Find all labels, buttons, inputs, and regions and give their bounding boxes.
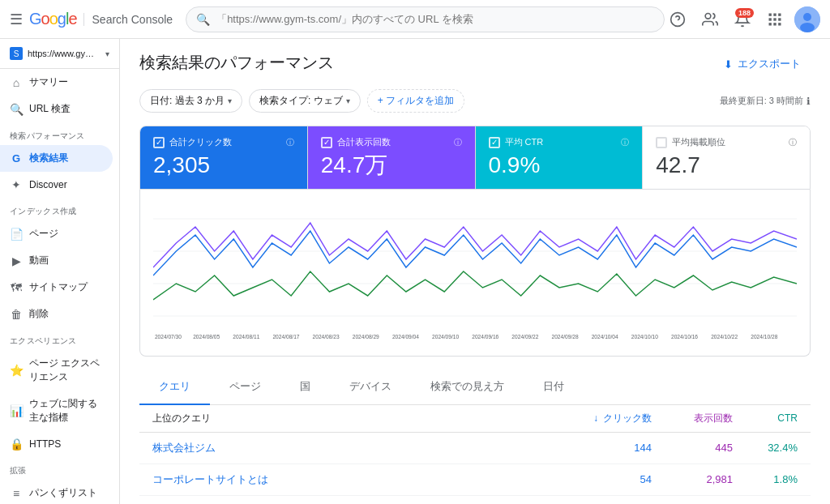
ctr-checkbox[interactable] [489,137,500,148]
tab-device[interactable]: デバイス [330,369,411,405]
search-input[interactable] [216,13,654,25]
svg-text:2024/08/17: 2024/08/17 [272,333,299,339]
export-button[interactable]: ⬇ エクスポート [714,52,811,76]
sidebar-item-label: 削除 [29,307,49,321]
ctr-info-icon: ⓘ [621,137,629,148]
col-header-ctr: CTR [733,412,798,424]
apps-icon[interactable] [762,6,788,32]
metric-ctr[interactable]: 平均 CTR ⓘ 0.9% [476,126,644,189]
index-section: インデックス作成 [0,198,119,220]
video-icon: ▶ [10,254,23,267]
property-icon: S [10,47,23,60]
type-filter[interactable]: 検索タイプ: ウェブ ▾ [249,89,361,113]
svg-text:2024/09/04: 2024/09/04 [392,333,419,339]
svg-rect-7 [773,18,776,20]
svg-text:2024/07/30: 2024/07/30 [155,333,182,339]
svg-rect-9 [769,23,772,25]
col-header-impressions: 表示回数 [652,412,733,425]
metrics-row: 合計クリック数 ⓘ 2,305 合計表示回数 ⓘ 24.7万 平均 CTR ⓘ [139,126,811,190]
svg-point-14 [800,23,815,32]
info-icon: ℹ [806,96,811,107]
extension-section: 拡張 [0,457,119,480]
sidebar-item-search-results[interactable]: G 検索結果 [0,145,113,172]
position-info-icon: ⓘ [789,137,797,148]
sidebar-item-label: ページ [29,227,58,241]
property-selector[interactable]: S https://www.gym-ts... ▾ [0,39,119,69]
sidebar-item-pages[interactable]: 📄 ページ [0,220,113,247]
menu-icon[interactable]: ☰ [10,11,23,28]
impressions-value: 24.7万 [321,152,462,179]
download-icon: ⬇ [724,58,733,70]
sidebar-item-sitemap[interactable]: 🗺 サイトマップ [0,274,113,301]
row-clicks: 144 [571,442,652,454]
page-header: 検索結果のパフォーマンス ⬇ エクスポート [139,52,811,76]
sidebar-item-summary[interactable]: ⌂ サマリー [0,69,113,96]
sidebar-item-label: サマリー [29,75,68,89]
position-label: 平均掲載順位 [672,136,725,148]
date-filter-caret-icon: ▾ [228,96,232,105]
table-rows: 株式会社ジム 144 445 32.4% コーポレートサイトとは 54 2,98… [139,433,811,504]
sidebar-item-label: Discover [29,179,67,190]
tab-search-appearance[interactable]: 検索での見え方 [411,369,524,405]
svg-text:2024/09/16: 2024/09/16 [472,333,498,339]
notifications-icon[interactable]: 188 [729,6,755,32]
position-checkbox[interactable] [656,137,667,148]
tab-country[interactable]: 国 [280,369,330,405]
svg-text:2024/08/29: 2024/08/29 [353,333,379,339]
discover-icon: ✦ [10,178,23,191]
impressions-label: 合計表示回数 [337,136,391,148]
clicks-checkbox[interactable] [153,137,165,148]
sort-icon: ↓ [593,412,598,424]
last-updated: 最終更新日: 3 時間前 ℹ [720,95,811,107]
sidebar-item-label: パンくずリスト [29,486,97,500]
svg-rect-4 [773,13,776,15]
filter-row: 日付: 過去 3 か月 ▾ 検索タイプ: ウェブ ▾ + フィルタを追加 最終更… [139,89,811,113]
header: ☰ Google Search Console 🔍 188 [0,0,830,39]
sidebar-item-label: HTTPS [29,438,61,450]
help-icon[interactable] [665,6,691,32]
performance-chart: 2024/07/30 2024/08/05 2024/08/11 2024/08… [153,203,797,340]
sidebar-item-video[interactable]: ▶ 動画 [0,247,113,274]
svg-rect-8 [778,18,781,20]
filter-left: 日付: 過去 3 か月 ▾ 検索タイプ: ウェブ ▾ + フィルタを追加 [139,89,464,113]
ctr-value: 0.9% [489,152,630,179]
table-container: 上位のクエリ ↓ クリック数 表示回数 CTR 株式会社ジム 144 445 3… [139,405,811,504]
metric-position[interactable]: 平均掲載順位 ⓘ 42.7 [643,126,810,189]
sidebar-item-discover[interactable]: ✦ Discover [0,172,113,198]
star-icon: ⭐ [10,364,23,377]
tab-date[interactable]: 日付 [524,369,584,405]
main-content: 検索結果のパフォーマンス ⬇ エクスポート 日付: 過去 3 か月 ▾ 検索タイ… [120,39,830,504]
sidebar-item-delete[interactable]: 🗑 削除 [0,301,113,327]
tab-page[interactable]: ページ [210,369,280,405]
inspect-icon: 🔍 [10,103,23,116]
sidebar-item-breadcrumb[interactable]: ≡ パンくずリスト [0,480,113,504]
date-filter[interactable]: 日付: 過去 3 か月 ▾ [139,89,242,113]
search-bar[interactable]: 🔍 [186,6,665,32]
svg-text:2024/10/16: 2024/10/16 [671,333,698,339]
svg-text:2024/10/10: 2024/10/10 [631,333,658,339]
sidebar-item-https[interactable]: 🔒 HTTPS [0,431,113,457]
home-icon: ⌂ [10,76,23,89]
svg-rect-11 [778,23,781,25]
avatar[interactable] [794,6,820,32]
add-filter-button[interactable]: + フィルタを追加 [367,89,464,113]
table-header: 上位のクエリ ↓ クリック数 表示回数 CTR [139,405,811,433]
impressions-checkbox[interactable] [321,137,332,148]
table-row[interactable]: コーポレートサイトとは 54 2,981 1.8% [139,464,811,496]
col-header-clicks[interactable]: ↓ クリック数 [571,412,652,425]
sidebar-item-page-exp[interactable]: ⭐ ページ エクスペリエンス [0,350,113,391]
clicks-value: 2,305 [153,152,294,179]
metric-impressions[interactable]: 合計表示回数 ⓘ 24.7万 [308,126,476,189]
metric-clicks[interactable]: 合計クリック数 ⓘ 2,305 [140,126,308,189]
search-icon: 🔍 [196,13,210,26]
table-row[interactable]: 株式会社ジム 144 445 32.4% [139,433,811,464]
google-g-icon: G [10,152,23,164]
sidebar-item-url-check[interactable]: 🔍 URL 検査 [0,96,113,122]
table-row[interactable]: 株式会社gym 54 154 35.1% [139,496,811,504]
sidebar-item-web-vitals[interactable]: 📊 ウェブに関する主な指標 [0,391,113,431]
svg-text:2024/10/28: 2024/10/28 [751,333,777,339]
header-logo: Google Search Console [29,10,173,28]
search-performance-section: 検索パフォーマンス [0,122,119,145]
tab-query[interactable]: クエリ [139,369,210,405]
account-icon[interactable] [697,6,723,32]
